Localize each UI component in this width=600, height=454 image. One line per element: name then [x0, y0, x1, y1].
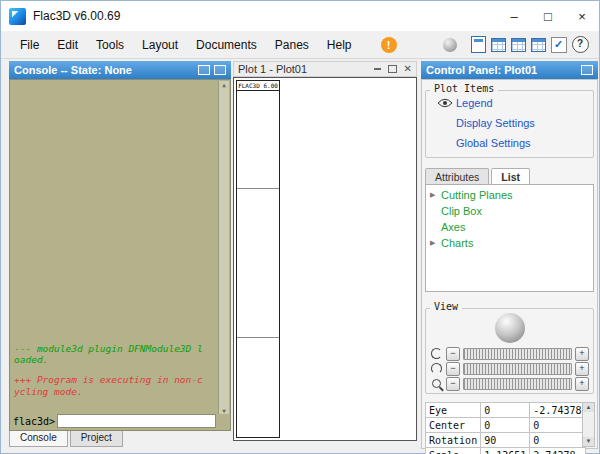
zoom-slider[interactable]	[463, 378, 572, 390]
visibility-eye-icon[interactable]	[434, 98, 456, 108]
new-plot-icon[interactable]	[471, 36, 486, 53]
legend-row: Legend	[426, 94, 593, 111]
console-panel: Console -- State: None --- module3d plug…	[9, 61, 231, 447]
menu-file[interactable]: File	[11, 35, 48, 55]
roll-icon	[430, 363, 443, 374]
tree-item-label: Axes	[441, 221, 465, 233]
control-panel-tabs: Attributes List	[425, 168, 532, 184]
plot-canvas[interactable]: FLAC3D 6.00	[233, 77, 417, 441]
roll-plus-button[interactable]: +	[575, 362, 589, 376]
plot-items-group: Plot Items Legend Display Settings Globa…	[425, 90, 594, 158]
console-input[interactable]	[57, 414, 216, 428]
row-value[interactable]: 0	[481, 418, 530, 433]
plot-minimize-icon[interactable]	[374, 68, 381, 70]
console-message-mode: +++ Program is executing in non-cycling …	[14, 374, 204, 398]
tab-console[interactable]: Console	[9, 431, 68, 447]
row-label: Eye	[426, 403, 481, 418]
control-panel: Control Panel: Plot01 Plot Items Legend	[421, 61, 598, 449]
row-value[interactable]: 0	[481, 403, 530, 418]
scroll-down-icon[interactable]: ▼	[583, 437, 594, 446]
console-float-icon[interactable]	[198, 65, 210, 75]
console-tab-bar: Console Project	[9, 431, 125, 447]
grid-view-icon[interactable]	[491, 38, 506, 52]
grid-table-icon[interactable]	[511, 38, 526, 52]
scroll-up-icon[interactable]: ▲	[583, 403, 594, 412]
tree-item-charts[interactable]: ▶ Charts	[426, 235, 593, 251]
menu-tools[interactable]: Tools	[87, 35, 133, 55]
tree-item-label: Charts	[441, 237, 473, 249]
rotate-minus-button[interactable]: −	[446, 347, 460, 361]
tab-list[interactable]: List	[491, 168, 530, 184]
sphere-toolbar-icon[interactable]	[443, 38, 457, 52]
legend-divider	[237, 188, 279, 189]
close-button[interactable]: ×	[565, 1, 599, 31]
row-label: Scale	[426, 448, 481, 454]
row-value[interactable]: 1.13651	[481, 448, 530, 454]
console-panel-header: Console -- State: None	[9, 61, 231, 79]
plot-panel-title: Plot 1 - Plot01	[238, 63, 307, 75]
zoom-minus-button[interactable]: −	[446, 377, 460, 391]
window-title: Flac3D v6.00.69	[33, 9, 120, 23]
menu-panes[interactable]: Panes	[266, 35, 318, 55]
view-parameters-table: Eye 0 -2.74378 Center 0 0 Rotation 90 0 …	[425, 402, 586, 454]
console-scrollbar[interactable]: ▲ ▼	[218, 81, 229, 414]
tree-item-clip-box[interactable]: Clip Box	[426, 203, 593, 219]
app-window: Flac3D v6.00.69 – □ × File Edit Tools La…	[0, 0, 600, 454]
row-value[interactable]: 0	[530, 418, 585, 433]
row-value[interactable]: -2.74378	[530, 403, 585, 418]
table-row: Eye 0 -2.74378	[426, 403, 586, 418]
rotate-slider[interactable]	[463, 348, 572, 360]
console-output[interactable]: --- module3d plugin DFNModule3D loaded. …	[9, 79, 231, 431]
help-icon[interactable]: ?	[572, 36, 589, 53]
maximize-button[interactable]: □	[531, 1, 565, 31]
grid-data-icon[interactable]	[531, 38, 546, 52]
menu-layout[interactable]: Layout	[133, 35, 187, 55]
tree-item-cutting-planes[interactable]: ▶ Cutting Planes	[426, 187, 593, 203]
tree-item-label: Clip Box	[441, 205, 482, 217]
legend-divider	[237, 337, 279, 338]
plot-maximize-icon[interactable]	[388, 65, 397, 73]
checkbox-toolbar-icon[interactable]: ✓	[551, 37, 567, 53]
table-scrollbar[interactable]: ▲ ▼	[582, 402, 595, 447]
expand-arrow-icon[interactable]: ▶	[430, 239, 441, 247]
console-prompt-row: flac3d>	[13, 414, 216, 428]
row-value[interactable]: 90	[481, 433, 530, 448]
scroll-up-icon[interactable]: ▲	[222, 81, 226, 88]
view-trackball[interactable]	[495, 313, 525, 343]
roll-minus-button[interactable]: −	[446, 362, 460, 376]
roll-slider[interactable]	[463, 363, 572, 375]
plot-panel-header: Plot 1 - Plot01 ✕	[233, 61, 417, 77]
minimize-button[interactable]: –	[497, 1, 531, 31]
toolbar-icon-group: ✓ ?	[471, 36, 589, 53]
plot-legend: FLAC3D 6.00	[236, 80, 280, 438]
control-panel-hide-icon[interactable]	[581, 65, 593, 75]
tab-attributes[interactable]: Attributes	[425, 168, 489, 184]
menu-help[interactable]: Help	[318, 35, 361, 55]
scroll-down-icon[interactable]: ▼	[222, 407, 226, 414]
rotate-plus-button[interactable]: +	[575, 347, 589, 361]
plot-panel: Plot 1 - Plot01 ✕ FLAC3D 6.00	[233, 61, 417, 441]
console-prompt-label: flac3d>	[13, 416, 55, 427]
row-value[interactable]: 0	[530, 433, 585, 448]
menu-edit[interactable]: Edit	[48, 35, 87, 55]
rotate-slider-row: − +	[430, 347, 589, 360]
view-group: View − + − + − +	[425, 308, 594, 394]
app-logo-icon	[9, 8, 26, 25]
expand-arrow-icon[interactable]: ▶	[430, 191, 441, 199]
link-global-settings[interactable]: Global Settings	[456, 137, 531, 149]
magnifier-icon	[430, 379, 443, 388]
plot-close-icon[interactable]: ✕	[404, 64, 412, 74]
interrupt-warning-icon[interactable]: !	[381, 37, 397, 53]
window-controls: – □ ×	[497, 1, 599, 31]
plot-items-label: Plot Items	[430, 83, 498, 94]
console-hide-icon[interactable]	[214, 65, 226, 75]
link-display-settings[interactable]: Display Settings	[456, 117, 535, 129]
plot-header-icons: ✕	[374, 64, 412, 74]
tree-item-axes[interactable]: Axes	[426, 219, 593, 235]
row-value[interactable]: 2.74378	[530, 448, 585, 454]
menu-documents[interactable]: Documents	[187, 35, 266, 55]
link-legend[interactable]: Legend	[456, 97, 493, 109]
tab-project[interactable]: Project	[70, 431, 123, 447]
plot-item-list: ▶ Cutting Planes Clip Box Axes ▶ Charts	[425, 184, 594, 292]
zoom-plus-button[interactable]: +	[575, 377, 589, 391]
